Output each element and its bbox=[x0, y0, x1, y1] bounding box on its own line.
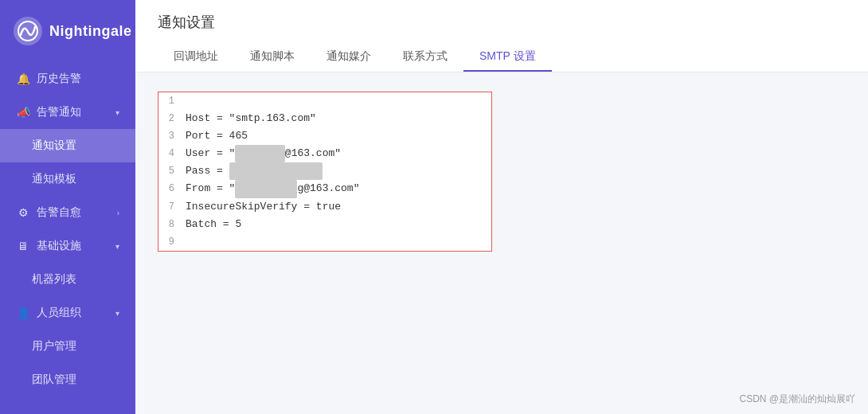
sidebar-nav: 🔔 历史告警 📣 告警通知 ▾ 通知设置 通知模板 ⚙ 告警自愈 › 🖥 基础设… bbox=[0, 62, 135, 414]
blurred-text bbox=[229, 162, 323, 180]
code-line-3: 3 Port = 465 bbox=[158, 127, 491, 145]
sidebar-item-label: 机器列表 bbox=[32, 272, 76, 287]
sidebar-item-label: 告警通知 bbox=[37, 105, 81, 119]
line-content: From = " g@163.com" bbox=[182, 180, 491, 197]
server-icon: 🖥 bbox=[16, 240, 30, 252]
main-content: 通知设置 回调地址 通知脚本 通知媒介 联系方式 SMTP 设置 1 2 Hos… bbox=[135, 0, 868, 414]
chevron-right-icon: › bbox=[117, 209, 119, 217]
bell-icon: 🔔 bbox=[16, 72, 30, 85]
sidebar-item-label: 用户管理 bbox=[32, 339, 76, 353]
line-content bbox=[182, 233, 491, 251]
sidebar-item-people-org[interactable]: 👤 人员组织 ▾ bbox=[0, 296, 135, 330]
code-line-8: 8 Batch = 5 bbox=[158, 216, 491, 233]
person-icon: 👤 bbox=[16, 307, 30, 319]
line-number: 3 bbox=[158, 128, 182, 144]
tab-media[interactable]: 通知媒介 bbox=[311, 43, 387, 72]
sidebar-logo: Nightingale bbox=[0, 0, 135, 62]
page-header: 通知设置 回调地址 通知脚本 通知媒介 联系方式 SMTP 设置 bbox=[135, 0, 868, 72]
line-number: 6 bbox=[158, 181, 182, 197]
sidebar-item-label: 历史告警 bbox=[37, 72, 81, 86]
page-body: 1 2 Host = "smtp.163.com" 3 Port = 465 4… bbox=[135, 72, 868, 414]
code-line-5: 5 Pass = bbox=[158, 162, 491, 180]
sidebar-item-history-alert[interactable]: 🔔 历史告警 bbox=[0, 62, 135, 96]
blurred-text bbox=[235, 180, 297, 197]
line-number: 8 bbox=[158, 217, 182, 232]
gear-icon: ⚙ bbox=[16, 206, 30, 219]
chevron-down-icon: ▾ bbox=[115, 108, 119, 117]
line-number: 2 bbox=[158, 111, 182, 127]
logo-text: Nightingale bbox=[49, 23, 132, 40]
sidebar-item-notify-template[interactable]: 通知模板 bbox=[0, 162, 135, 196]
sidebar: Nightingale 🔔 历史告警 📣 告警通知 ▾ 通知设置 通知模板 ⚙ … bbox=[0, 0, 135, 414]
tab-contact[interactable]: 联系方式 bbox=[387, 43, 463, 72]
sidebar-item-label: 告警自愈 bbox=[37, 205, 81, 220]
code-line-4: 4 User = " @163.com" bbox=[158, 145, 491, 162]
chevron-down-icon: ▾ bbox=[115, 309, 119, 318]
sidebar-item-infra[interactable]: 🖥 基础设施 ▾ bbox=[0, 229, 135, 263]
line-number: 5 bbox=[158, 163, 182, 179]
line-number: 9 bbox=[158, 234, 182, 250]
line-number: 4 bbox=[158, 146, 182, 162]
tab-smtp[interactable]: SMTP 设置 bbox=[463, 43, 552, 72]
watermark: CSDN @是潮汕的灿灿展吖 bbox=[739, 393, 855, 406]
code-line-2: 2 Host = "smtp.163.com" bbox=[158, 110, 491, 127]
sidebar-item-user-mgmt[interactable]: 用户管理 bbox=[0, 330, 135, 363]
sidebar-item-notify-settings[interactable]: 通知设置 bbox=[0, 129, 135, 162]
sidebar-item-label: 团队管理 bbox=[32, 373, 76, 387]
sidebar-item-label: 基础设施 bbox=[37, 239, 81, 253]
line-number: 1 bbox=[158, 93, 182, 109]
line-number: 7 bbox=[158, 199, 182, 215]
sidebar-item-label: 通知设置 bbox=[32, 139, 76, 153]
blurred-text bbox=[235, 145, 284, 162]
page-title: 通知设置 bbox=[158, 13, 846, 32]
line-content: Batch = 5 bbox=[182, 216, 491, 233]
code-line-9: 9 bbox=[158, 233, 491, 251]
sidebar-item-label: 人员组织 bbox=[37, 306, 81, 320]
line-content bbox=[182, 92, 491, 110]
chevron-down-icon: ▾ bbox=[115, 242, 119, 251]
line-content: Port = 465 bbox=[182, 127, 491, 145]
tab-callback[interactable]: 回调地址 bbox=[158, 43, 234, 72]
line-content: InsecureSkipVerify = true bbox=[182, 198, 491, 216]
sidebar-item-machine-list[interactable]: 机器列表 bbox=[0, 263, 135, 296]
sidebar-item-alert-notify[interactable]: 📣 告警通知 ▾ bbox=[0, 96, 135, 129]
sidebar-item-alert-self[interactable]: ⚙ 告警自愈 › bbox=[0, 196, 135, 229]
megaphone-icon: 📣 bbox=[16, 106, 30, 119]
code-line-6: 6 From = " g@163.com" bbox=[158, 180, 491, 197]
tab-script[interactable]: 通知脚本 bbox=[234, 43, 311, 72]
sidebar-item-label: 通知模板 bbox=[32, 172, 76, 186]
code-editor[interactable]: 1 2 Host = "smtp.163.com" 3 Port = 465 4… bbox=[158, 92, 492, 252]
line-content: Host = "smtp.163.com" bbox=[182, 110, 491, 127]
tabs: 回调地址 通知脚本 通知媒介 联系方式 SMTP 设置 bbox=[158, 43, 846, 72]
line-content: User = " @163.com" bbox=[182, 145, 491, 162]
code-line-1: 1 bbox=[158, 92, 491, 110]
line-content: Pass = bbox=[182, 162, 491, 180]
sidebar-item-team-mgmt[interactable]: 团队管理 bbox=[0, 363, 135, 396]
logo-icon bbox=[13, 16, 43, 46]
code-line-7: 7 InsecureSkipVerify = true bbox=[158, 198, 491, 216]
